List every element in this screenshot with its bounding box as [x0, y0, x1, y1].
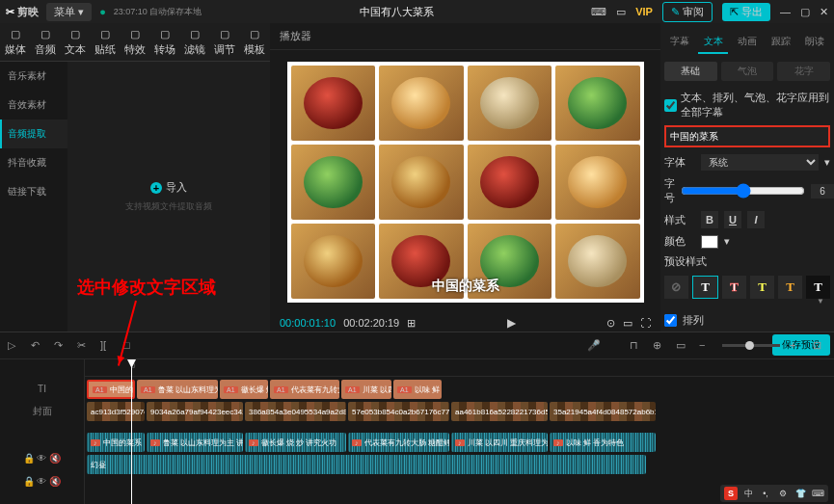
- clip[interactable]: 57e053b854c0a2b67176c779117af8cb6.jpeg 0…: [348, 402, 449, 421]
- preset-3[interactable]: T: [750, 276, 774, 299]
- clip[interactable]: 幻昼: [87, 455, 646, 474]
- zoom-out-icon[interactable]: −: [699, 339, 713, 353]
- scale-icon[interactable]: ⊙: [606, 317, 615, 330]
- track-label-text[interactable]: TI: [0, 377, 84, 400]
- tab-转场[interactable]: ▢转场: [150, 23, 180, 61]
- ime-lang[interactable]: 中: [741, 487, 755, 500]
- preset-5[interactable]: T: [806, 276, 830, 299]
- ime-punct[interactable]: •,: [759, 487, 772, 500]
- clip[interactable]: ac913d3f52907c790d: [87, 402, 145, 421]
- tab-调节[interactable]: ▢调节: [210, 23, 240, 61]
- ime-keyboard[interactable]: ⌨: [811, 487, 824, 500]
- tab-特效[interactable]: ▢特效: [120, 23, 149, 61]
- track-lock-icon[interactable]: 🔒 👁 🔇: [0, 446, 84, 469]
- play-button[interactable]: ▶: [507, 316, 516, 330]
- preset-4[interactable]: T: [778, 276, 802, 299]
- export-button[interactable]: ⇱ 导出: [722, 3, 770, 21]
- zoom-fit-icon[interactable]: ⊡: [813, 339, 826, 353]
- zoom-in-icon[interactable]: +: [790, 339, 803, 353]
- grid-icon[interactable]: ⊞: [407, 317, 416, 330]
- timeline-track[interactable]: 幻昼: [85, 455, 834, 474]
- clip[interactable]: A1川菜 以四川 重庆料理为主: [341, 380, 391, 399]
- time-ruler[interactable]: 0: [85, 359, 834, 377]
- tab-媒体[interactable]: ▢媒体: [0, 23, 30, 61]
- preset-1[interactable]: T: [692, 276, 718, 299]
- color-picker[interactable]: [701, 235, 718, 249]
- rtab-跟踪[interactable]: 跟踪: [767, 31, 796, 54]
- review-button[interactable]: ✎ 审阅: [662, 2, 713, 22]
- bold-button[interactable]: B: [701, 211, 718, 228]
- timeline-track[interactable]: A1中国的菜系A1鲁菜 以山东料理为主 讲究清香 鲜嫩 味醇A1徽长爆 烧炒 讲…: [85, 380, 834, 399]
- preview-caption[interactable]: 中国的菜系: [432, 278, 499, 295]
- clip[interactable]: A1鲁菜 以山东料理为主 讲究清香 鲜嫩 味醇: [137, 380, 218, 399]
- clip[interactable]: ♪川菜 以四川 重庆料理为主: [451, 433, 548, 452]
- rtab-朗读[interactable]: 朗读: [800, 31, 830, 54]
- split-tool[interactable]: ✂: [77, 339, 91, 353]
- clip[interactable]: ♪徽长爆 烧 炒 讲究火功: [245, 433, 346, 452]
- fullscreen-icon[interactable]: ⛶: [640, 317, 651, 329]
- preset-none[interactable]: ⊘: [664, 276, 688, 299]
- sidetab-抖音收藏[interactable]: 抖音收藏: [0, 148, 67, 177]
- vip-badge[interactable]: VIP: [635, 6, 653, 17]
- ime-settings[interactable]: ⚙: [776, 487, 790, 500]
- redo-button[interactable]: ↷: [54, 339, 67, 353]
- link-icon[interactable]: ⊕: [653, 339, 666, 353]
- shortcut-icon[interactable]: ⌨: [591, 6, 606, 18]
- arrange-checkbox[interactable]: [664, 314, 677, 327]
- sidetab-音乐素材[interactable]: 音乐素材: [0, 62, 67, 91]
- clip[interactable]: ♪以味 鲜 香为特色: [550, 433, 656, 452]
- sidetab-链接下载[interactable]: 链接下载: [0, 177, 67, 206]
- track-lock-icon[interactable]: 🔒 👁 🔇: [0, 469, 84, 492]
- rtab-动画[interactable]: 动画: [732, 31, 762, 54]
- caption-text-input[interactable]: [664, 125, 830, 147]
- clip[interactable]: A1以味 鲜 香为特色: [393, 380, 442, 399]
- undo-button[interactable]: ↶: [31, 339, 44, 353]
- tab-滤镜[interactable]: ▢滤镜: [180, 23, 210, 61]
- menu-dropdown[interactable]: 菜单 ▾: [46, 3, 92, 21]
- clip[interactable]: 386a854a3e0495534a9a2d8d5093e6c7c.jpeg 0…: [245, 402, 346, 421]
- rtab-字幕[interactable]: 字幕: [664, 31, 694, 54]
- maximize-button[interactable]: ▢: [800, 6, 810, 18]
- timeline-track[interactable]: ♪中国的菜系♪鲁菜 以山东料理为主 讲究清香 鲜嫩 味醇♪徽长爆 烧 炒 讲究火…: [85, 433, 834, 452]
- tab-文本[interactable]: ▢文本: [60, 23, 90, 61]
- clip[interactable]: 9034a26a79af94423eec34231d02c5f8c.jpeg 0…: [147, 402, 243, 421]
- sidetab-音效素材[interactable]: 音效素材: [0, 91, 67, 119]
- clip[interactable]: ♪鲁菜 以山东料理为主 讲究清香 鲜嫩 味醇: [147, 433, 243, 452]
- tab-贴纸[interactable]: ▢贴纸: [90, 23, 120, 61]
- import-area[interactable]: +导入 支持视频文件提取音频: [67, 62, 270, 332]
- size-value[interactable]: 6: [811, 184, 834, 199]
- clip[interactable]: A1中国的菜系: [87, 380, 135, 399]
- ime-sogou-icon[interactable]: S: [724, 487, 738, 500]
- timeline-track[interactable]: ac913d3f52907c790d9034a26a79af94423eec34…: [85, 402, 834, 421]
- preview-canvas[interactable]: 中国的菜系: [287, 62, 644, 303]
- tab-音频[interactable]: ▢音频: [30, 23, 60, 61]
- dropdown-icon[interactable]: ▾: [824, 156, 830, 169]
- pointer-tool[interactable]: ▷: [8, 339, 21, 353]
- clip[interactable]: A1代表菜有九转大肠 糖醋鲤鱼 葱烧海参: [270, 380, 339, 399]
- clip[interactable]: 35a21945a4f4d0848572ab6b136f4d94.jpe: [550, 402, 656, 421]
- clip[interactable]: ♪代表菜有九转大肠 糖醋鲤鱼 葱烧海参: [348, 433, 449, 452]
- playhead[interactable]: [131, 359, 132, 504]
- dropdown-icon[interactable]: ▾: [724, 235, 730, 248]
- ime-bar[interactable]: S 中 •, ⚙ 👕 ⌨: [720, 485, 828, 502]
- magnet-icon[interactable]: ⊓: [630, 339, 643, 353]
- clip[interactable]: ♪中国的菜系: [87, 433, 145, 452]
- ratio-icon[interactable]: ▭: [623, 317, 632, 330]
- layout-icon[interactable]: ▭: [616, 6, 626, 18]
- track-label-cover[interactable]: 封面: [0, 400, 84, 423]
- clip[interactable]: A1徽长爆 烧炒 讲究火功: [220, 380, 268, 399]
- preview-icon[interactable]: ▭: [676, 339, 689, 353]
- font-select[interactable]: 系统: [701, 154, 819, 171]
- close-button[interactable]: ✕: [820, 6, 828, 18]
- zoom-slider[interactable]: [722, 344, 780, 347]
- italic-button[interactable]: I: [747, 211, 765, 228]
- rtab-文本[interactable]: 文本: [698, 31, 728, 54]
- apply-all-checkbox[interactable]: 文本、排列、气泡、花字应用到全部字幕: [664, 89, 830, 121]
- size-slider[interactable]: [681, 183, 805, 199]
- bracket-left-icon[interactable]: ][: [100, 339, 114, 353]
- rsubtab-气泡[interactable]: 气泡: [721, 62, 774, 81]
- ime-skin[interactable]: 👕: [794, 487, 807, 500]
- minimize-button[interactable]: —: [780, 6, 791, 17]
- preset-2[interactable]: T: [722, 276, 746, 299]
- underline-button[interactable]: U: [724, 211, 741, 228]
